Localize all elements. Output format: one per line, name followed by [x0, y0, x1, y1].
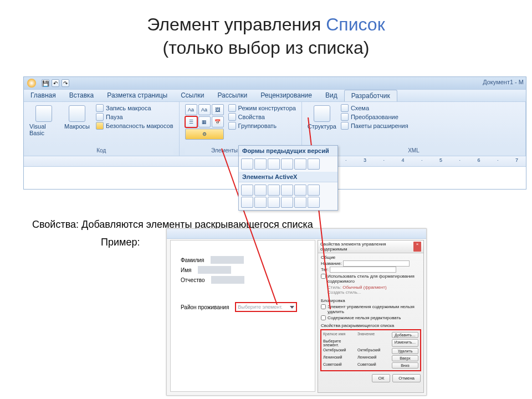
legacy-frame-icon[interactable] [281, 158, 293, 170]
section-general: Общие [321, 255, 421, 260]
group-button[interactable]: Группировать [228, 122, 296, 130]
svg-point-0 [27, 79, 36, 88]
structure-button[interactable]: Структура [308, 104, 336, 130]
example-toolbar [167, 229, 426, 239]
office-button[interactable] [24, 77, 39, 89]
close-icon[interactable]: × [413, 242, 421, 252]
date-picker-control-icon[interactable]: 📅 [212, 116, 224, 127]
properties-button[interactable]: Свойства [228, 113, 296, 121]
macros-button[interactable]: Макросы [63, 104, 91, 130]
visual-basic-button[interactable]: Visual Basic [29, 104, 58, 136]
checkbox-lock-edit[interactable] [321, 315, 326, 320]
title-highlight: Список [326, 14, 385, 34]
shield-icon [96, 122, 104, 130]
picture-control-icon[interactable]: 🖼 [212, 104, 224, 115]
visual-basic-icon [35, 105, 52, 122]
tab-view[interactable]: Вид [319, 90, 344, 101]
activex-listbox-icon[interactable] [254, 197, 267, 208]
activex-more-icon[interactable] [308, 197, 320, 208]
col-value: Значение [357, 332, 391, 338]
checkbox-use-style[interactable] [321, 274, 326, 279]
list-item[interactable]: Октябрьский [323, 348, 356, 354]
list-item[interactable]: Выберите элемент. [323, 339, 356, 347]
ok-button[interactable]: ОК [372, 374, 390, 382]
tab-home[interactable]: Главная [24, 90, 63, 101]
qat-save-icon[interactable]: 💾 [42, 79, 49, 87]
legacy-dropdown-icon[interactable] [268, 158, 280, 170]
cancel-button[interactable]: Отмена [392, 374, 421, 382]
label-use-style: Использовать стиль для форматирования со… [328, 274, 421, 284]
dropdown-control-icon[interactable]: ▦ [198, 116, 211, 127]
legacy-reset-icon[interactable] [308, 158, 320, 170]
legacy-shading-icon[interactable] [294, 158, 306, 170]
pause-macro-button[interactable]: Пауза [96, 113, 173, 121]
style-value: Обычный (фрагмент) [342, 285, 386, 290]
field-last-name: Фамилия [181, 257, 204, 263]
down-button[interactable]: Вниз [392, 362, 418, 369]
tab-layout[interactable]: Разметка страницы [100, 90, 174, 101]
activex-combobox-icon[interactable] [241, 197, 253, 208]
document-title: Документ1 - M [483, 79, 524, 85]
field-district: Район проживания [181, 304, 229, 310]
transform-icon [341, 113, 349, 121]
tab-insert[interactable]: Вставка [63, 90, 101, 101]
input-tag[interactable] [330, 267, 396, 273]
group-xml-label: XML [308, 146, 520, 155]
tab-developer[interactable]: Разработчик [344, 90, 397, 101]
label-name: Название: [321, 261, 342, 266]
example-page: Фамилия Имя Отчество Район проживания Вы… [170, 240, 315, 392]
activex-spin-icon[interactable] [281, 197, 293, 208]
input-first-name[interactable] [198, 266, 231, 274]
combobox-placeholder: Выберите элемент. [238, 304, 283, 310]
col-short-name: Краткое имя [323, 332, 356, 338]
group-icon [228, 122, 236, 130]
label-tag: Тег: [321, 267, 329, 272]
structure-icon [314, 105, 330, 122]
legacy-tools-icon[interactable]: ⚙ [185, 129, 224, 140]
up-button[interactable]: Вверх [392, 355, 418, 361]
schema-button[interactable]: Схема [341, 104, 408, 112]
record-icon [96, 104, 104, 112]
design-mode-icon [228, 104, 236, 112]
qat-undo-icon[interactable]: ↶ [52, 79, 59, 87]
input-patronymic[interactable] [211, 276, 244, 284]
activex-label-icon[interactable] [268, 185, 280, 196]
combobox-control-icon[interactable]: ☰ [185, 116, 197, 127]
list-item[interactable]: Ленинский [323, 355, 356, 361]
activex-scrollbar-icon[interactable] [308, 185, 320, 196]
checkbox-lock-delete[interactable] [321, 304, 326, 309]
activex-toggle-icon[interactable] [294, 197, 306, 208]
activex-option-icon[interactable] [268, 197, 280, 208]
activex-image-icon[interactable] [294, 185, 306, 196]
activex-checkbox-icon[interactable] [241, 185, 253, 196]
activex-grid [239, 182, 337, 210]
group-code: Visual Basic Макросы Запись макроса Пауз… [24, 102, 180, 156]
legacy-text-field-icon[interactable] [241, 158, 253, 170]
activex-button-icon[interactable] [281, 185, 293, 196]
tab-mailings[interactable]: Рассылки [211, 90, 254, 101]
chevron-down-icon [290, 306, 294, 309]
tab-references[interactable]: Ссылки [174, 90, 211, 101]
list-item[interactable]: Советский [323, 362, 356, 369]
record-macro-button[interactable]: Запись макроса [96, 104, 173, 112]
add-button[interactable]: Добавить… [392, 332, 418, 338]
rich-text-control-icon[interactable]: Aa [185, 104, 197, 115]
macro-security-button[interactable]: Безопасность макросов [96, 122, 173, 130]
tab-review[interactable]: Рецензирование [254, 90, 319, 101]
activex-textbox-icon[interactable] [254, 185, 267, 196]
plain-text-control-icon[interactable]: Aa [198, 104, 211, 115]
transform-button[interactable]: Преобразование [341, 113, 408, 121]
expansion-packs-button[interactable]: Пакеты расширения [341, 122, 408, 130]
dropdown-header-legacy: Формы предыдущих версий [239, 146, 337, 156]
new-style-button[interactable]: Создать стиль... [321, 290, 421, 295]
legacy-forms-grid [239, 156, 337, 172]
legacy-checkbox-icon[interactable] [254, 158, 267, 170]
delete-button[interactable]: Удалить [392, 348, 418, 354]
district-combobox[interactable]: Выберите элемент. [236, 303, 296, 311]
input-name[interactable] [343, 260, 410, 267]
edit-button[interactable]: Изменить… [392, 339, 418, 347]
input-last-name[interactable] [211, 256, 244, 264]
field-patronymic: Отчество [181, 277, 204, 283]
qat-redo-icon[interactable]: ↷ [62, 79, 69, 87]
design-mode-button[interactable]: Режим конструктора [228, 104, 296, 112]
